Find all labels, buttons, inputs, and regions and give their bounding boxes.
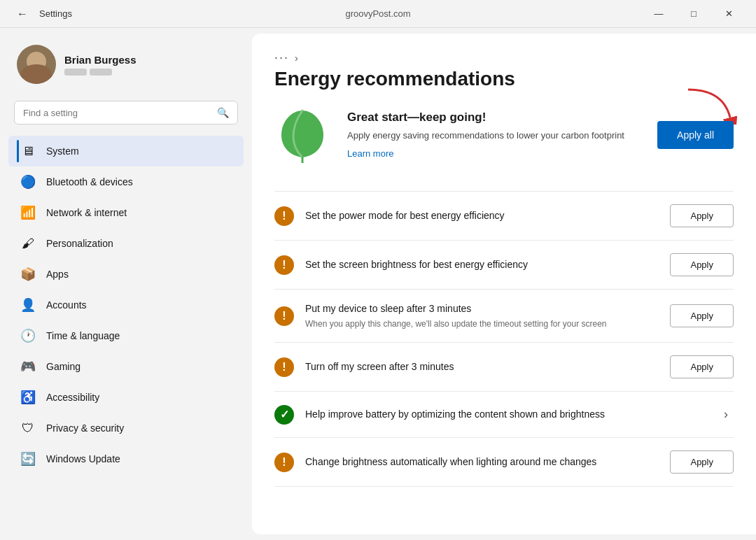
personalization-icon: 🖌	[20, 235, 36, 252]
rec-text-screen-brightness: Set the screen brightness for best energ…	[305, 258, 659, 272]
breadcrumb-arrow: ›	[295, 52, 298, 64]
rec-icon-battery-optimize: ✓	[274, 405, 294, 425]
hero-text: Great start—keep going! Apply energy sav…	[347, 111, 640, 159]
user-dot-2	[90, 69, 112, 76]
titlebar-url: groovyPost.com	[345, 8, 410, 19]
rec-text-power-mode: Set the power mode for best energy effic…	[305, 209, 659, 223]
sidebar-item-bluetooth[interactable]: 🔵 Bluetooth & devices	[8, 166, 244, 197]
rec-text-battery-optimize: Help improve battery by optimizing the c…	[305, 408, 707, 422]
bluetooth-icon: 🔵	[20, 173, 36, 190]
sidebar-item-label-time: Time & language	[46, 330, 120, 341]
rec-text-screen-off-3min: Turn off my screen after 3 minutes	[305, 360, 659, 374]
rec-title-screen-brightness: Set the screen brightness for best energ…	[305, 258, 659, 272]
rec-title-screen-off-3min: Turn off my screen after 3 minutes	[305, 360, 659, 374]
rec-item-battery-optimize: ✓ Help improve battery by optimizing the…	[274, 391, 734, 437]
sidebar-item-label-privacy: Privacy & security	[46, 422, 124, 434]
user-dot-1	[64, 69, 87, 76]
accounts-icon: 👤	[20, 297, 36, 313]
leaf-icon	[274, 107, 330, 163]
user-info: Brian Burgess	[64, 54, 136, 76]
rec-item-power-mode: ! Set the power mode for best energy eff…	[274, 191, 734, 240]
rec-title-sleep-3min: Put my device to sleep after 3 minutes	[305, 302, 659, 316]
user-profile: Brian Burgess	[8, 39, 244, 95]
rec-title-power-mode: Set the power mode for best energy effic…	[305, 209, 659, 223]
apply-button-screen-brightness[interactable]: Apply	[670, 253, 734, 276]
sidebar-item-label-update: Windows Update	[46, 453, 120, 464]
rec-icon-auto-brightness: !	[274, 453, 294, 472]
sidebar-item-label-network: Network & internet	[46, 207, 127, 218]
apply-all-button[interactable]: Apply all	[657, 121, 734, 149]
sidebar-item-time[interactable]: 🕐 Time & language	[8, 320, 244, 351]
apps-icon: 📦	[20, 266, 36, 283]
sidebar-item-label-accessibility: Accessibility	[46, 392, 99, 403]
sidebar-item-label-accounts: Accounts	[46, 299, 87, 311]
sidebar: Brian Burgess 🔍 🖥 System 🔵 Bluetooth & d…	[0, 28, 252, 540]
rec-icon-screen-off-3min: !	[274, 357, 294, 377]
minimize-button[interactable]: —	[643, 3, 675, 24]
search-input[interactable]	[23, 108, 211, 118]
rec-text-auto-brightness: Change brightness automatically when lig…	[305, 455, 659, 469]
sidebar-item-personalization[interactable]: 🖌 Personalization	[8, 228, 244, 259]
rec-item-screen-off-3min: ! Turn off my screen after 3 minutes App…	[274, 342, 734, 391]
search-container: 🔍	[8, 98, 244, 133]
apply-button-auto-brightness[interactable]: Apply	[670, 450, 734, 474]
titlebar: ← Settings groovyPost.com — □ ✕	[0, 0, 756, 28]
sidebar-item-update[interactable]: 🔄 Windows Update	[8, 443, 244, 474]
nav-list: 🖥 System 🔵 Bluetooth & devices 📶 Network…	[8, 136, 244, 474]
rec-subtitle-sleep-3min: When you apply this change, we'll also u…	[305, 318, 659, 330]
network-icon: 📶	[20, 204, 36, 221]
time-icon: 🕐	[20, 327, 36, 344]
rec-icon-power-mode: !	[274, 206, 294, 226]
sidebar-item-accounts[interactable]: 👤 Accounts	[8, 290, 244, 320]
hero-subtitle: Apply energy saving recommendations to l…	[347, 129, 640, 143]
sidebar-item-label-gaming: Gaming	[46, 361, 80, 372]
rec-title-auto-brightness: Change brightness automatically when lig…	[305, 455, 659, 469]
sidebar-item-apps[interactable]: 📦 Apps	[8, 259, 244, 290]
learn-more-link[interactable]: Learn more	[347, 148, 393, 159]
apply-button-screen-off-3min[interactable]: Apply	[670, 355, 734, 378]
breadcrumb: ··· ›	[274, 50, 734, 65]
privacy-icon: 🛡	[20, 420, 36, 436]
user-name: Brian Burgess	[64, 54, 136, 66]
sidebar-item-accessibility[interactable]: ♿ Accessibility	[8, 382, 244, 413]
avatar	[17, 45, 56, 84]
apply-all-container: Apply all	[657, 121, 734, 149]
close-button[interactable]: ✕	[713, 3, 745, 24]
rec-title-battery-optimize: Help improve battery by optimizing the c…	[305, 408, 707, 422]
apply-button-sleep-3min[interactable]: Apply	[670, 304, 734, 327]
hero-section: Great start—keep going! Apply energy sav…	[274, 107, 734, 174]
rec-icon-screen-brightness: !	[274, 255, 294, 275]
maximize-button[interactable]: □	[678, 3, 710, 24]
chevron-button-battery-optimize[interactable]: ›	[718, 404, 734, 425]
sidebar-item-privacy[interactable]: 🛡 Privacy & security	[8, 413, 244, 443]
sidebar-item-network[interactable]: 📶 Network & internet	[8, 197, 244, 228]
titlebar-title: Settings	[39, 8, 72, 19]
rec-item-auto-brightness: ! Change brightness automatically when l…	[274, 437, 734, 487]
main-panel: ··· › Energy recommendations Great start…	[252, 34, 756, 534]
hero-title: Great start—keep going!	[347, 111, 640, 125]
sidebar-item-label-apps: Apps	[46, 269, 69, 280]
page-title: Energy recommendations	[274, 68, 734, 90]
sidebar-item-system[interactable]: 🖥 System	[8, 136, 244, 166]
breadcrumb-dots: ···	[274, 50, 289, 65]
accessibility-icon: ♿	[20, 389, 36, 406]
search-box[interactable]: 🔍	[14, 101, 238, 125]
rec-text-sleep-3min: Put my device to sleep after 3 minutes W…	[305, 302, 659, 329]
apply-button-power-mode[interactable]: Apply	[670, 204, 734, 227]
search-icon: 🔍	[217, 107, 229, 118]
back-button[interactable]: ←	[11, 5, 34, 23]
red-arrow-indicator	[681, 83, 737, 125]
app-container: Brian Burgess 🔍 🖥 System 🔵 Bluetooth & d…	[0, 28, 756, 540]
system-icon: 🖥	[20, 143, 36, 159]
sidebar-item-label-personalization: Personalization	[46, 238, 113, 249]
rec-icon-sleep-3min: !	[274, 306, 294, 326]
user-dots	[64, 69, 136, 76]
titlebar-left: ← Settings	[11, 5, 72, 23]
rec-item-screen-brightness: ! Set the screen brightness for best ene…	[274, 240, 734, 289]
gaming-icon: 🎮	[20, 358, 36, 375]
avatar-image	[17, 45, 56, 84]
recommendations-list: ! Set the power mode for best energy eff…	[274, 191, 734, 487]
update-icon: 🔄	[20, 450, 36, 467]
rec-item-sleep-3min: ! Put my device to sleep after 3 minutes…	[274, 289, 734, 342]
sidebar-item-gaming[interactable]: 🎮 Gaming	[8, 351, 244, 382]
